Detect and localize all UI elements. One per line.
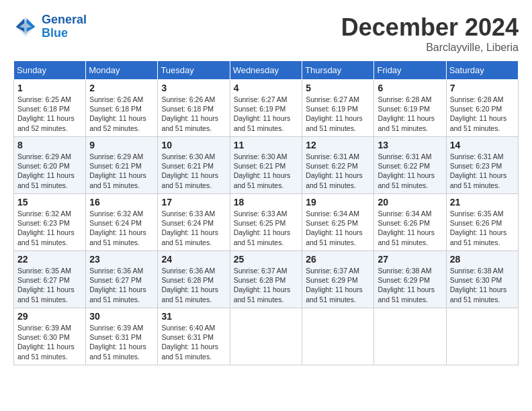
day-info: Sunrise: 6:37 AM Sunset: 6:29 PM Dayligh… — [306, 266, 370, 304]
calendar-cell: 23Sunrise: 6:36 AM Sunset: 6:27 PM Dayli… — [86, 251, 158, 308]
day-info: Sunrise: 6:27 AM Sunset: 6:19 PM Dayligh… — [306, 95, 370, 133]
day-number: 14 — [450, 140, 515, 150]
calendar-cell: 25Sunrise: 6:37 AM Sunset: 6:28 PM Dayli… — [230, 251, 302, 308]
calendar-cell: 20Sunrise: 6:34 AM Sunset: 6:26 PM Dayli… — [374, 194, 446, 251]
calendar-cell: 3Sunrise: 6:26 AM Sunset: 6:18 PM Daylig… — [158, 80, 230, 137]
day-number: 28 — [450, 254, 515, 265]
calendar-cell: 16Sunrise: 6:32 AM Sunset: 6:24 PM Dayli… — [86, 194, 158, 251]
day-info: Sunrise: 6:31 AM Sunset: 6:22 PM Dayligh… — [378, 152, 442, 190]
day-info: Sunrise: 6:36 AM Sunset: 6:28 PM Dayligh… — [161, 266, 226, 304]
day-info: Sunrise: 6:33 AM Sunset: 6:24 PM Dayligh… — [161, 209, 226, 247]
day-info: Sunrise: 6:38 AM Sunset: 6:30 PM Dayligh… — [450, 266, 515, 304]
weekday-header: Friday — [374, 61, 446, 80]
location-title: Barclayville, Liberia — [341, 42, 519, 54]
calendar-cell: 8Sunrise: 6:29 AM Sunset: 6:20 PM Daylig… — [14, 137, 86, 194]
day-info: Sunrise: 6:39 AM Sunset: 6:31 PM Dayligh… — [89, 323, 154, 361]
day-number: 15 — [17, 197, 82, 208]
calendar-cell: 18Sunrise: 6:33 AM Sunset: 6:25 PM Dayli… — [230, 194, 302, 251]
day-info: Sunrise: 6:37 AM Sunset: 6:28 PM Dayligh… — [234, 266, 299, 304]
day-info: Sunrise: 6:36 AM Sunset: 6:27 PM Dayligh… — [89, 266, 154, 304]
day-number: 16 — [89, 197, 154, 208]
day-number: 5 — [306, 83, 370, 93]
day-number: 18 — [234, 197, 299, 208]
calendar-cell: 21Sunrise: 6:35 AM Sunset: 6:26 PM Dayli… — [446, 194, 518, 251]
day-number: 11 — [234, 140, 299, 150]
day-number: 4 — [234, 83, 299, 93]
calendar-cell: 27Sunrise: 6:38 AM Sunset: 6:29 PM Dayli… — [374, 251, 446, 308]
day-info: Sunrise: 6:40 AM Sunset: 6:31 PM Dayligh… — [161, 323, 226, 361]
day-number: 29 — [17, 311, 82, 322]
calendar-cell: 24Sunrise: 6:36 AM Sunset: 6:28 PM Dayli… — [158, 251, 230, 308]
day-number: 25 — [234, 254, 299, 265]
calendar-cell — [230, 308, 302, 365]
day-number: 12 — [306, 140, 370, 150]
day-number: 20 — [378, 197, 442, 208]
day-number: 3 — [161, 83, 226, 93]
day-info: Sunrise: 6:38 AM Sunset: 6:29 PM Dayligh… — [378, 266, 442, 304]
day-info: Sunrise: 6:25 AM Sunset: 6:18 PM Dayligh… — [17, 95, 82, 133]
day-number: 22 — [17, 254, 82, 265]
logo: General Blue — [13, 13, 87, 40]
day-info: Sunrise: 6:39 AM Sunset: 6:30 PM Dayligh… — [17, 323, 82, 361]
day-info: Sunrise: 6:34 AM Sunset: 6:26 PM Dayligh… — [378, 209, 442, 247]
day-number: 6 — [378, 83, 442, 93]
day-info: Sunrise: 6:30 AM Sunset: 6:21 PM Dayligh… — [161, 152, 226, 190]
day-info: Sunrise: 6:31 AM Sunset: 6:23 PM Dayligh… — [450, 152, 515, 190]
day-info: Sunrise: 6:28 AM Sunset: 6:20 PM Dayligh… — [450, 95, 515, 133]
calendar-cell: 30Sunrise: 6:39 AM Sunset: 6:31 PM Dayli… — [86, 308, 158, 365]
calendar-cell — [446, 308, 518, 365]
day-number: 17 — [161, 197, 226, 208]
weekday-header: Monday — [86, 61, 158, 80]
weekday-header: Thursday — [302, 61, 374, 80]
calendar-cell — [374, 308, 446, 365]
day-info: Sunrise: 6:26 AM Sunset: 6:18 PM Dayligh… — [89, 95, 154, 133]
day-info: Sunrise: 6:30 AM Sunset: 6:21 PM Dayligh… — [234, 152, 299, 190]
calendar-cell: 17Sunrise: 6:33 AM Sunset: 6:24 PM Dayli… — [158, 194, 230, 251]
weekday-header: Sunday — [14, 61, 86, 80]
calendar-cell: 2Sunrise: 6:26 AM Sunset: 6:18 PM Daylig… — [86, 80, 158, 137]
calendar-cell: 22Sunrise: 6:35 AM Sunset: 6:27 PM Dayli… — [14, 251, 86, 308]
day-info: Sunrise: 6:27 AM Sunset: 6:19 PM Dayligh… — [234, 95, 299, 133]
month-title: December 2024 — [341, 13, 519, 42]
calendar: SundayMondayTuesdayWednesdayThursdayFrid… — [13, 60, 519, 365]
calendar-cell: 1Sunrise: 6:25 AM Sunset: 6:18 PM Daylig… — [14, 80, 86, 137]
logo-icon — [13, 15, 38, 39]
day-number: 26 — [306, 254, 370, 265]
calendar-cell: 12Sunrise: 6:31 AM Sunset: 6:22 PM Dayli… — [302, 137, 374, 194]
day-number: 2 — [89, 83, 154, 93]
calendar-cell: 31Sunrise: 6:40 AM Sunset: 6:31 PM Dayli… — [158, 308, 230, 365]
day-number: 8 — [17, 140, 82, 150]
title-block: December 2024 Barclayville, Liberia — [341, 13, 519, 54]
calendar-cell: 28Sunrise: 6:38 AM Sunset: 6:30 PM Dayli… — [446, 251, 518, 308]
day-number: 30 — [89, 311, 154, 322]
calendar-cell: 26Sunrise: 6:37 AM Sunset: 6:29 PM Dayli… — [302, 251, 374, 308]
day-info: Sunrise: 6:31 AM Sunset: 6:22 PM Dayligh… — [306, 152, 370, 190]
day-info: Sunrise: 6:32 AM Sunset: 6:23 PM Dayligh… — [17, 209, 82, 247]
calendar-cell: 15Sunrise: 6:32 AM Sunset: 6:23 PM Dayli… — [14, 194, 86, 251]
day-number: 9 — [89, 140, 154, 150]
calendar-cell: 9Sunrise: 6:29 AM Sunset: 6:21 PM Daylig… — [86, 137, 158, 194]
day-info: Sunrise: 6:28 AM Sunset: 6:19 PM Dayligh… — [378, 95, 442, 133]
calendar-cell: 6Sunrise: 6:28 AM Sunset: 6:19 PM Daylig… — [374, 80, 446, 137]
day-info: Sunrise: 6:29 AM Sunset: 6:20 PM Dayligh… — [17, 152, 82, 190]
calendar-cell: 5Sunrise: 6:27 AM Sunset: 6:19 PM Daylig… — [302, 80, 374, 137]
calendar-cell: 10Sunrise: 6:30 AM Sunset: 6:21 PM Dayli… — [158, 137, 230, 194]
calendar-cell: 11Sunrise: 6:30 AM Sunset: 6:21 PM Dayli… — [230, 137, 302, 194]
day-number: 24 — [161, 254, 226, 265]
calendar-cell: 14Sunrise: 6:31 AM Sunset: 6:23 PM Dayli… — [446, 137, 518, 194]
calendar-cell — [302, 308, 374, 365]
day-info: Sunrise: 6:33 AM Sunset: 6:25 PM Dayligh… — [234, 209, 299, 247]
day-number: 23 — [89, 254, 154, 265]
day-number: 13 — [378, 140, 442, 150]
calendar-cell: 4Sunrise: 6:27 AM Sunset: 6:19 PM Daylig… — [230, 80, 302, 137]
day-number: 1 — [17, 83, 82, 93]
day-number: 27 — [378, 254, 442, 265]
day-number: 31 — [161, 311, 226, 322]
calendar-cell: 29Sunrise: 6:39 AM Sunset: 6:30 PM Dayli… — [14, 308, 86, 365]
page-header: General Blue December 2024 Barclayville,… — [13, 13, 519, 54]
calendar-cell: 13Sunrise: 6:31 AM Sunset: 6:22 PM Dayli… — [374, 137, 446, 194]
day-info: Sunrise: 6:29 AM Sunset: 6:21 PM Dayligh… — [89, 152, 154, 190]
day-info: Sunrise: 6:34 AM Sunset: 6:25 PM Dayligh… — [306, 209, 370, 247]
day-number: 10 — [161, 140, 226, 150]
day-info: Sunrise: 6:32 AM Sunset: 6:24 PM Dayligh… — [89, 209, 154, 247]
